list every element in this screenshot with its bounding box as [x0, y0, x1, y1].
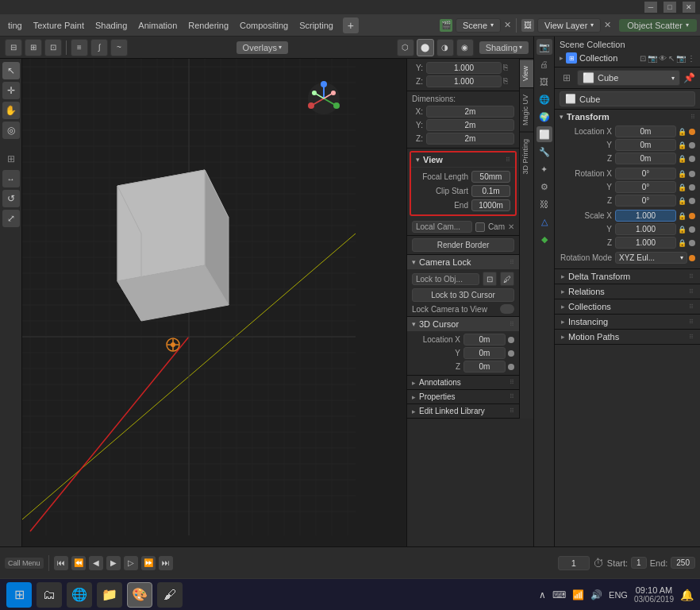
prop-render-icon[interactable]: 📷: [537, 39, 552, 55]
tl-call-menu[interactable]: Call Menu: [5, 558, 44, 569]
tab-3d-printing[interactable]: 3D Printing: [520, 132, 533, 181]
prop-physics-icon[interactable]: ⚙: [537, 179, 552, 195]
tab-magic-uv[interactable]: Magic UV: [520, 87, 533, 132]
grab-tool[interactable]: ✋: [2, 102, 20, 119]
prop-output-icon[interactable]: 🖨: [537, 56, 552, 72]
properties-section[interactable]: ▸ Properties ⠿: [407, 390, 519, 404]
prop-particles-icon[interactable]: ✦: [537, 161, 552, 177]
loc-z-value[interactable]: 0m: [615, 152, 676, 164]
n-panel-y-value[interactable]: 1.000: [426, 62, 502, 74]
cursor-locx-dot[interactable]: [508, 337, 514, 343]
cam-close-icon[interactable]: ✕: [508, 222, 514, 231]
end-value[interactable]: 1000m: [471, 199, 510, 211]
loc-y-dot[interactable]: [689, 142, 695, 149]
tl-jump-end[interactable]: ⏭: [159, 556, 173, 570]
tool-btn-6[interactable]: ~: [110, 39, 128, 56]
prop-material-icon[interactable]: ◆: [537, 231, 552, 247]
rot-z-lock[interactable]: 🔒: [678, 197, 687, 205]
tl-jump-prev[interactable]: ⏪: [71, 556, 86, 570]
rot-x-dot[interactable]: [689, 171, 695, 177]
rot-mode-value[interactable]: XYZ Eul... ▾: [615, 252, 687, 264]
task-blender-icon[interactable]: 🎨: [127, 582, 152, 608]
render-border-button[interactable]: Render Border: [412, 238, 514, 252]
tl-end-value[interactable]: 250: [671, 557, 695, 569]
delta-transform-section[interactable]: ▸ Delta Transform ⠿: [555, 269, 700, 284]
tray-chevron[interactable]: ∧: [539, 589, 546, 600]
menu-item-ting[interactable]: ting: [3, 19, 27, 32]
cursor-z-dot[interactable]: [508, 364, 514, 370]
tab-view[interactable]: View: [520, 59, 533, 87]
tl-start-value[interactable]: 1: [631, 557, 647, 569]
rot-mode-dot[interactable]: [689, 255, 695, 261]
prop-constraints-icon[interactable]: ⛓: [537, 196, 552, 212]
lock-obj-btn[interactable]: ⊡: [483, 272, 497, 286]
menu-item-scripting[interactable]: Scripting: [294, 19, 338, 32]
tl-frame-input[interactable]: 1: [558, 556, 590, 570]
scale-z-dot[interactable]: [689, 240, 695, 246]
scale-tool[interactable]: ⤢: [2, 210, 20, 227]
overlay-dropdown[interactable]: Overlays ▾: [237, 41, 288, 54]
lock-obj-dropdown[interactable]: Lock to Obj...: [412, 273, 479, 285]
close-button[interactable]: ✕: [683, 2, 695, 13]
shading-dropdown[interactable]: Shading ▾: [479, 41, 529, 54]
loc-x-lock[interactable]: 🔒: [678, 128, 687, 136]
start-button[interactable]: ⊞: [6, 582, 32, 608]
scale-y-lock[interactable]: 🔒: [678, 226, 687, 234]
relations-section[interactable]: ▸ Relations ⠿: [555, 284, 700, 299]
copy-z-icon[interactable]: ⎘: [503, 76, 514, 87]
cursor-y-dot[interactable]: [508, 350, 514, 357]
prop-scene-icon[interactable]: 🌐: [537, 91, 552, 107]
rot-x-lock[interactable]: 🔒: [678, 170, 687, 178]
scene-close[interactable]: ✕: [504, 20, 511, 30]
rot-y-value[interactable]: 0°: [615, 181, 676, 193]
orbit-tool[interactable]: ◎: [2, 122, 20, 139]
loc-z-lock[interactable]: 🔒: [678, 155, 687, 163]
rot-y-dot[interactable]: [689, 184, 695, 191]
scale-z-value[interactable]: 1.000: [615, 237, 676, 249]
cursor-y-value[interactable]: 0m: [463, 347, 506, 359]
task-chrome-icon[interactable]: 🌐: [67, 582, 92, 608]
transform-tool[interactable]: ↔: [2, 170, 20, 187]
task-files-icon[interactable]: 📁: [97, 582, 122, 608]
menu-item-texture-paint[interactable]: Texture Paint: [29, 19, 89, 32]
maximize-button[interactable]: □: [663, 2, 676, 13]
scene-dropdown[interactable]: Scene ▾: [456, 18, 501, 33]
loc-z-dot[interactable]: [689, 156, 695, 162]
loc-x-dot[interactable]: [689, 129, 695, 135]
select-tool[interactable]: ↖: [2, 62, 20, 79]
tl-jump-next[interactable]: ⏩: [141, 556, 156, 570]
add-workspace-button[interactable]: +: [343, 17, 359, 33]
menu-item-animation[interactable]: Animation: [133, 19, 182, 32]
scale-x-dot[interactable]: [689, 213, 695, 219]
collections-section[interactable]: ▸ Collections ⠿: [555, 299, 700, 315]
object-scatter-button[interactable]: Object Scatter ▾: [619, 19, 697, 32]
viewlayer-dropdown[interactable]: View Layer ▾: [537, 18, 601, 33]
shading-wireframe[interactable]: ⬡: [397, 39, 414, 56]
scale-x-value[interactable]: 1.000: [615, 210, 676, 222]
tl-play[interactable]: ▶: [106, 556, 121, 570]
cursor-section-header[interactable]: ▾ 3D Cursor ⠿: [407, 317, 519, 331]
menu-item-rendering[interactable]: Rendering: [183, 19, 233, 32]
rot-z-dot[interactable]: [689, 198, 695, 204]
cursor-z-value[interactable]: 0m: [463, 361, 506, 373]
loc-y-lock[interactable]: 🔒: [678, 141, 687, 149]
prop-data-icon[interactable]: △: [537, 214, 552, 230]
dim-x-value[interactable]: 2m: [426, 106, 514, 118]
tool-btn-3[interactable]: ⊡: [44, 39, 62, 56]
cursor-tool[interactable]: ✛: [2, 82, 20, 99]
object-type-dropdown[interactable]: ⬜ Cube: [560, 91, 695, 106]
scale-y-dot[interactable]: [689, 226, 695, 233]
pin-button[interactable]: 📌: [683, 72, 695, 83]
prop-view-layer-icon[interactable]: 🖼: [537, 74, 552, 90]
tl-jump-start[interactable]: ⏮: [54, 556, 68, 570]
viewlayer-close[interactable]: ✕: [604, 20, 611, 30]
loc-y-value[interactable]: 0m: [615, 139, 676, 151]
n-panel-z-value[interactable]: 1.000: [426, 75, 502, 87]
hide-select-icon[interactable]: ↖: [668, 54, 675, 63]
loc-x-value[interactable]: 0m: [615, 125, 676, 137]
rot-y-lock[interactable]: 🔒: [678, 183, 687, 191]
annotations-section[interactable]: ▸ Annotations ⠿: [407, 376, 519, 390]
tl-prev-frame[interactable]: ◀: [89, 556, 103, 570]
cam-checkbox[interactable]: [475, 222, 485, 232]
notification-icon[interactable]: 🔔: [680, 589, 694, 601]
